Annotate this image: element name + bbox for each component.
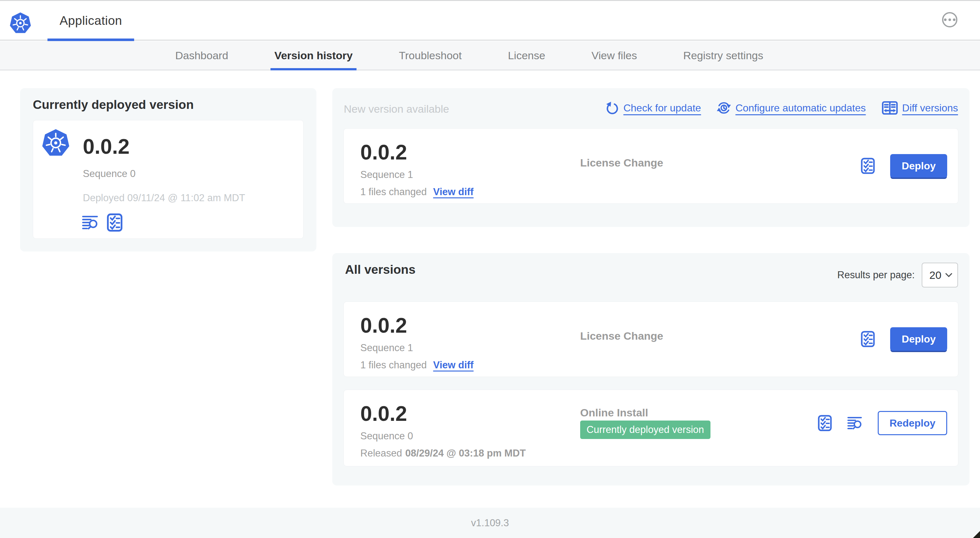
more-menu-button[interactable] — [942, 12, 958, 27]
configure-automatic-updates-link[interactable]: Configure automatic updates — [717, 101, 865, 115]
preflight-checks-button[interactable] — [818, 414, 832, 432]
preflight-checks-button[interactable] — [107, 213, 123, 232]
preflight-checks-button[interactable] — [861, 157, 875, 175]
schedule-icon — [717, 101, 731, 115]
subnav-tabs: Dashboard Version history Troubleshoot L… — [0, 41, 980, 70]
logs-icon — [82, 215, 99, 230]
view-diff-link[interactable]: View diff — [433, 359, 474, 371]
version-actions: Deploy — [861, 327, 947, 351]
checklist-icon — [818, 414, 832, 432]
check-for-update-link[interactable]: Check for update — [606, 101, 701, 114]
version-source: Online Install — [580, 406, 648, 419]
diff-icon — [882, 101, 898, 115]
version-actions: Redeploy — [818, 411, 947, 435]
logs-icon — [847, 416, 862, 430]
update-links: Check for update Configure automatic upd… — [606, 101, 958, 115]
redeploy-button[interactable]: Redeploy — [878, 411, 947, 435]
cursor-artifact — [973, 531, 980, 538]
files-changed: 1 files changed — [360, 186, 427, 197]
ellipsis-icon — [953, 19, 956, 21]
results-per-page-label: Results per page: — [837, 269, 915, 281]
kubernetes-logo-icon — [41, 127, 70, 158]
chevron-down-icon — [945, 273, 952, 277]
deployed-sequence: Sequence 0 — [83, 168, 135, 179]
checklist-icon — [861, 330, 875, 348]
all-versions-title: All versions — [345, 263, 415, 277]
version-number: 0.0.2 — [360, 140, 407, 164]
version-source: License Change — [580, 330, 663, 342]
currently-deployed-panel: Currently deployed version 0.0.2 Sequenc… — [20, 88, 317, 251]
admin-console-version: v1.109.3 — [471, 517, 509, 529]
version-row-sequence-0: 0.0.2 Sequence 0 Released08/29/24 @ 03:1… — [344, 390, 958, 467]
results-per-page-select[interactable]: 20 — [922, 263, 958, 287]
diff-versions-label: Diff versions — [902, 102, 958, 114]
tab-registry-settings[interactable]: Registry settings — [683, 41, 763, 70]
new-version-title: New version available — [344, 103, 449, 115]
version-number: 0.0.2 — [360, 402, 407, 425]
kubernetes-logo-icon — [9, 10, 32, 36]
tab-license[interactable]: License — [508, 41, 545, 70]
version-sequence: Sequence 1 — [360, 342, 413, 354]
tab-view-files[interactable]: View files — [591, 41, 637, 70]
configure-automatic-updates-label: Configure automatic updates — [735, 102, 865, 114]
tab-troubleshoot[interactable]: Troubleshoot — [399, 41, 461, 70]
version-row-sequence-1: 0.0.2 Sequence 1 1 files changedView dif… — [344, 302, 958, 377]
view-logs-button[interactable] — [847, 416, 862, 430]
deploy-button[interactable]: Deploy — [890, 154, 947, 178]
check-for-update-label: Check for update — [624, 102, 701, 114]
deployed-version-number: 0.0.2 — [83, 134, 130, 159]
all-versions-panel: All versions Results per page: 20 0.0.2 … — [332, 253, 969, 486]
new-version-row: 0.0.2 Sequence 1 1 files changedView dif… — [344, 128, 958, 204]
app-header: Application — [0, 1, 980, 40]
released-date: 08/29/24 @ 03:18 pm MDT — [405, 448, 526, 459]
deployed-version-card: 0.0.2 Sequence 0 Deployed 09/11/24 @ 11:… — [33, 120, 304, 239]
files-changed: 1 files changed — [360, 359, 427, 371]
refresh-icon — [606, 101, 619, 114]
ellipsis-icon — [944, 19, 947, 21]
version-sequence: Sequence 1 — [360, 169, 413, 181]
diff-versions-link[interactable]: Diff versions — [882, 101, 958, 115]
version-actions: Deploy — [861, 154, 947, 178]
tab-version-history[interactable]: Version history — [274, 41, 353, 70]
currently-deployed-badge: Currently deployed version — [580, 421, 711, 439]
new-version-panel: New version available Check for update C… — [332, 88, 969, 227]
results-per-page-value: 20 — [929, 269, 942, 281]
view-logs-button[interactable] — [82, 215, 99, 230]
version-meta: 1 files changedView diff — [360, 186, 473, 198]
preflight-checks-button[interactable] — [861, 330, 875, 348]
version-meta: 1 files changedView diff — [360, 359, 473, 371]
deploy-button[interactable]: Deploy — [890, 327, 947, 351]
app-footer: v1.109.3 — [0, 508, 980, 538]
tab-dashboard[interactable]: Dashboard — [175, 41, 228, 70]
released-prefix: Released — [360, 448, 402, 459]
app-title: Application — [60, 14, 122, 28]
version-sequence: Sequence 0 — [360, 430, 413, 442]
deployed-actions — [82, 213, 123, 232]
deployed-panel-title: Currently deployed version — [33, 98, 194, 112]
version-released: Released08/29/24 @ 03:18 pm MDT — [360, 448, 526, 459]
app-tab[interactable]: Application — [48, 1, 134, 40]
ellipsis-icon — [948, 19, 951, 21]
results-per-page: Results per page: 20 — [837, 263, 958, 287]
version-source: License Change — [580, 157, 663, 169]
view-diff-link[interactable]: View diff — [433, 186, 474, 197]
checklist-icon — [861, 157, 875, 175]
checklist-icon — [107, 213, 123, 232]
deployed-timestamp: Deployed 09/11/24 @ 11:02 am MDT — [83, 192, 245, 204]
version-number: 0.0.2 — [360, 313, 407, 338]
